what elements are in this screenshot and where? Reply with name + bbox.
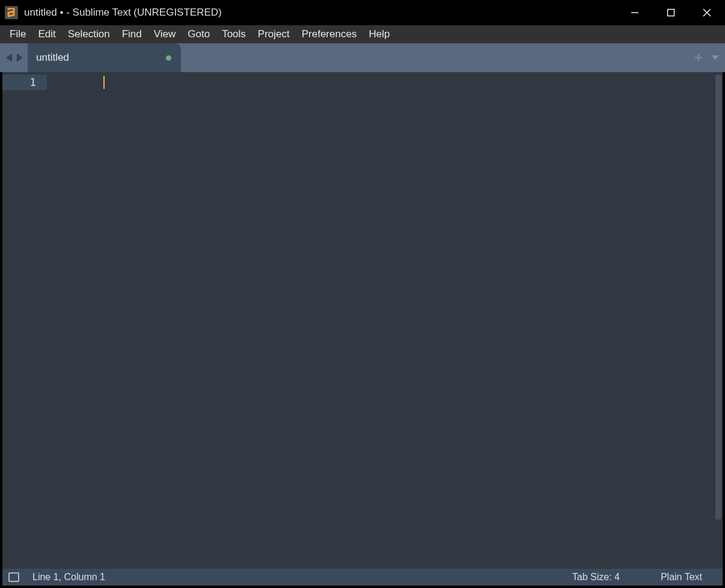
nav-back-icon[interactable]	[5, 53, 13, 63]
tab-dirty-indicator-icon	[166, 55, 171, 61]
menu-project[interactable]: Project	[252, 26, 296, 43]
svg-marker-5	[17, 54, 23, 62]
line-number: 1	[2, 75, 47, 90]
text-cursor	[103, 76, 105, 89]
minimize-button[interactable]	[617, 0, 653, 25]
scrollbar-thumb[interactable]	[715, 75, 721, 519]
svg-rect-1	[668, 10, 675, 16]
tab-label: untitled	[36, 52, 69, 64]
editor-body[interactable]	[52, 72, 714, 570]
menubar: File Edit Selection Find View Goto Tools…	[0, 25, 725, 43]
status-tab-size[interactable]: Tab Size: 4	[552, 572, 640, 583]
titlebar: untitled • - Sublime Text (UNREGISTERED)	[0, 0, 725, 25]
menu-tools[interactable]: Tools	[216, 26, 252, 43]
panel-switcher-icon[interactable]	[8, 572, 19, 582]
menu-help[interactable]: Help	[362, 26, 396, 43]
statusbar: Line 1, Column 1 Tab Size: 4 Plain Text	[2, 569, 723, 586]
close-button[interactable]	[689, 0, 725, 25]
vertical-scrollbar[interactable]	[714, 72, 723, 570]
tabrow: untitled	[0, 43, 725, 72]
menu-find[interactable]: Find	[116, 26, 148, 43]
tab-dropdown-icon[interactable]	[711, 54, 720, 61]
editor: 1	[2, 72, 723, 570]
status-syntax[interactable]: Plain Text	[640, 572, 723, 583]
menu-goto[interactable]: Goto	[182, 26, 216, 43]
app-icon	[5, 6, 18, 19]
menu-file[interactable]: File	[4, 26, 32, 43]
menu-selection[interactable]: Selection	[62, 26, 116, 43]
status-position[interactable]: Line 1, Column 1	[32, 572, 552, 583]
nav-forward-icon[interactable]	[16, 53, 24, 63]
svg-marker-8	[712, 55, 719, 60]
new-tab-button[interactable]	[694, 53, 703, 63]
menu-edit[interactable]: Edit	[32, 26, 61, 43]
window-title: untitled • - Sublime Text (UNREGISTERED)	[24, 7, 617, 19]
gutter: 1	[2, 72, 52, 570]
menu-view[interactable]: View	[148, 26, 182, 43]
tab-active[interactable]: untitled	[28, 43, 181, 72]
tab-history-nav	[0, 43, 28, 72]
menu-preferences[interactable]: Preferences	[296, 26, 363, 43]
maximize-button[interactable]	[653, 0, 689, 25]
window-controls	[617, 0, 725, 25]
svg-marker-4	[6, 54, 12, 62]
